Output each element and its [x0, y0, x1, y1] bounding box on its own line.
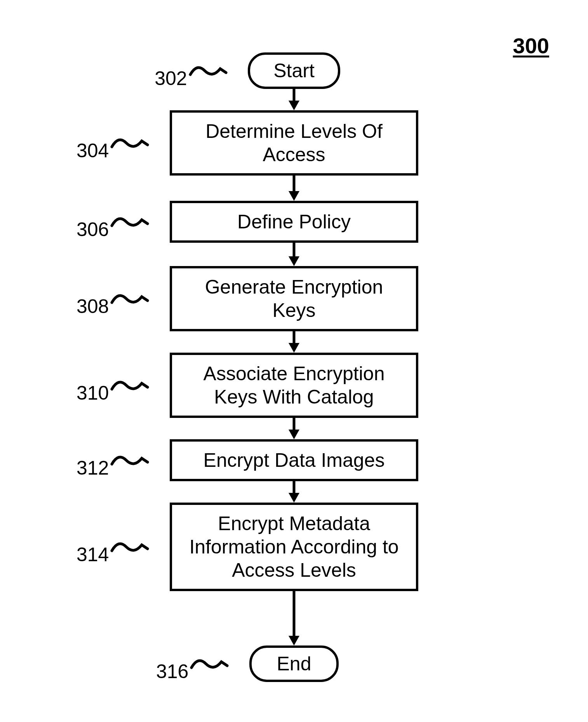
ref-number: 308: [77, 295, 109, 318]
ref-312: 312: [77, 441, 151, 479]
process-generate-keys: Generate Encryption Keys: [170, 266, 418, 331]
ref-number: 304: [77, 139, 109, 162]
squiggle-connector: [109, 451, 151, 470]
ref-314: 314: [77, 528, 151, 566]
process-encrypt-metadata: Encrypt Metadata Information According t…: [170, 503, 418, 591]
arrow-down: [286, 418, 302, 439]
svg-marker-13: [289, 636, 299, 645]
process-associate-keys: Associate Encryption Keys With Catalog: [170, 353, 418, 418]
svg-marker-1: [289, 101, 299, 110]
squiggle-connector: [109, 537, 151, 557]
squiggle-connector: [188, 654, 231, 673]
svg-marker-3: [289, 191, 299, 201]
ref-302: 302: [155, 52, 230, 90]
arrow-down: [286, 243, 302, 266]
end-terminal: End: [249, 645, 339, 682]
ref-number: 310: [77, 382, 109, 404]
svg-marker-5: [289, 256, 299, 266]
squiggle-connector: [109, 289, 151, 308]
ref-number: 316: [156, 660, 188, 683]
ref-number: 312: [77, 457, 109, 479]
svg-marker-9: [289, 430, 299, 439]
figure-number: 300: [513, 33, 549, 58]
arrow-down: [286, 331, 302, 353]
svg-marker-11: [289, 493, 299, 503]
arrow-down: [286, 176, 302, 201]
ref-number: 306: [77, 218, 109, 241]
ref-310: 310: [77, 366, 151, 404]
squiggle-connector: [109, 376, 151, 395]
ref-308: 308: [77, 280, 151, 318]
arrow-down: [286, 591, 302, 645]
process-determine-levels: Determine Levels Of Access: [170, 110, 418, 176]
ref-316: 316: [156, 645, 231, 683]
flowchart-container: 302 Start 304 Determine Levels Of Access…: [170, 52, 418, 682]
process-encrypt-data: Encrypt Data Images: [170, 439, 418, 481]
arrow-down: [286, 481, 302, 503]
start-terminal: Start: [248, 52, 340, 89]
svg-marker-7: [289, 343, 299, 353]
squiggle-connector: [109, 212, 151, 231]
process-define-policy: Define Policy: [170, 201, 418, 243]
arrow-down: [286, 89, 302, 110]
ref-304: 304: [77, 124, 151, 162]
ref-number: 302: [155, 67, 187, 90]
squiggle-connector: [109, 133, 151, 153]
ref-306: 306: [77, 203, 151, 241]
squiggle-connector: [187, 61, 230, 80]
ref-number: 314: [77, 543, 109, 566]
